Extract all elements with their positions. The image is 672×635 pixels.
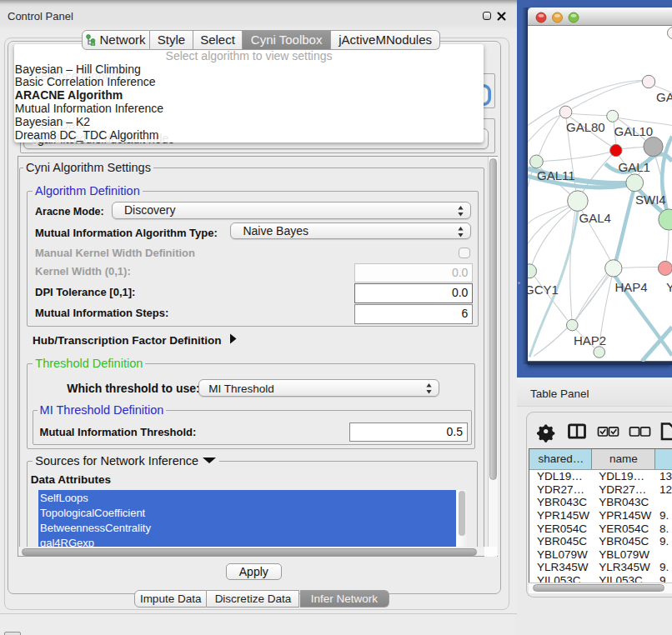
- svg-text:GAL4: GAL4: [579, 211, 611, 225]
- svg-text:GAL10: GAL10: [614, 124, 654, 138]
- svg-text:GAL1: GAL1: [619, 159, 650, 173]
- svg-text:SWI4: SWI4: [635, 192, 666, 207]
- svg-text:GAL11: GAL11: [537, 168, 575, 182]
- svg-text:GCY1: GCY1: [528, 282, 559, 296]
- svg-text:Y: Y: [666, 279, 672, 293]
- svg-text:GAL2: GAL2: [656, 89, 672, 103]
- svg-text:HAP4: HAP4: [615, 279, 648, 293]
- svg-text:GAL80: GAL80: [566, 119, 605, 133]
- svg-text:HAP2: HAP2: [574, 332, 606, 347]
